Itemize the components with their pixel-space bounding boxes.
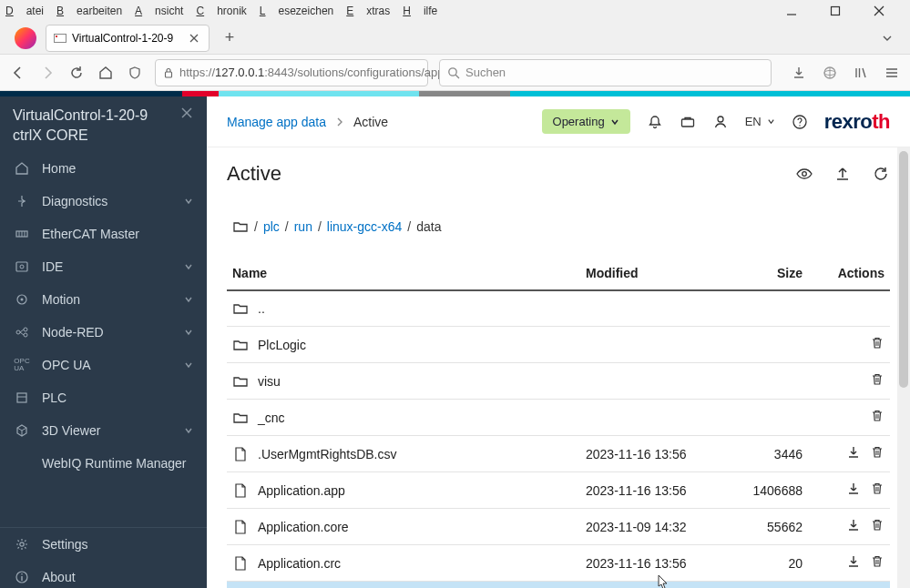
- status-operating-button[interactable]: Operating: [542, 109, 630, 134]
- sidebar-item-ide[interactable]: IDE: [0, 250, 207, 283]
- refresh-icon[interactable]: [872, 165, 890, 183]
- sidebar-collapse-icon[interactable]: [179, 106, 194, 120]
- upload-icon[interactable]: [833, 165, 852, 183]
- path-segment[interactable]: linux-gcc-x64: [327, 219, 402, 234]
- download-icon[interactable]: [846, 445, 861, 460]
- sidebar: VirtualControl-1-20-9 ctrlX CORE Home Di…: [0, 96, 207, 588]
- chevron-down-icon: [610, 117, 619, 127]
- file-size: 1406688: [726, 472, 808, 509]
- tabs-dropdown-icon[interactable]: [881, 32, 905, 45]
- sidebar-item-node-red[interactable]: Node-RED: [0, 316, 207, 349]
- trash-icon[interactable]: [870, 372, 884, 387]
- sidebar-item-settings[interactable]: Settings: [0, 528, 207, 561]
- sidebar-item-webiq-runtime-manager[interactable]: WebIQ Runtime Manager: [0, 447, 207, 480]
- toolbox-icon[interactable]: [680, 114, 696, 130]
- menu-bearbeiten[interactable]: Bearbeiten: [56, 5, 122, 17]
- file-modified: [580, 327, 726, 363]
- extensions-icon[interactable]: [821, 64, 839, 82]
- svg-rect-40: [681, 119, 693, 127]
- download-icon[interactable]: [846, 554, 861, 569]
- window-minimize-icon[interactable]: [786, 5, 797, 16]
- downloads-icon[interactable]: [790, 64, 808, 82]
- trash-icon[interactable]: [870, 336, 884, 350]
- nav-icon: [13, 570, 31, 584]
- table-row[interactable]: Application.crc 2023-11-16 13:56 20: [227, 545, 890, 582]
- col-size[interactable]: Size: [726, 257, 808, 290]
- tab-close-icon[interactable]: [187, 31, 201, 46]
- window-close-icon[interactable]: [874, 5, 884, 16]
- nav-home-icon[interactable]: [97, 64, 115, 82]
- sidebar-item-home[interactable]: Home: [0, 152, 207, 185]
- file-name: Application.app: [258, 483, 345, 498]
- table-row[interactable]: Application.app 2023-11-16 13:56 1406688: [227, 472, 890, 509]
- path-segment[interactable]: run: [294, 219, 312, 234]
- col-modified[interactable]: Modified: [580, 257, 726, 290]
- chevron-down-icon: [767, 117, 775, 126]
- trash-icon[interactable]: [870, 445, 884, 460]
- user-icon[interactable]: [712, 114, 729, 130]
- nav-label: PLC: [42, 390, 194, 405]
- menu-extras[interactable]: Extras: [346, 5, 390, 17]
- tab-title: VirtualControl-1-20-9: [72, 32, 173, 45]
- table-row[interactable]: .UserMgmtRightsDB.csv 2023-11-16 13:56 3…: [227, 436, 890, 472]
- path-segment[interactable]: plc: [263, 219, 280, 234]
- col-name[interactable]: Name: [227, 257, 580, 290]
- new-tab-button[interactable]: +: [217, 25, 242, 51]
- scrollbar-thumb[interactable]: [899, 151, 908, 388]
- menu-lesezeichen[interactable]: Lesezeichen: [260, 5, 333, 17]
- nav-label: Diagnostics: [42, 194, 183, 208]
- window-maximize-icon[interactable]: [830, 5, 841, 16]
- sidebar-item-diagnostics[interactable]: Diagnostics: [0, 185, 207, 218]
- menu-hilfe[interactable]: Hilfe: [403, 5, 437, 17]
- sidebar-item-about[interactable]: About: [0, 561, 207, 588]
- download-icon[interactable]: [846, 518, 861, 532]
- file-name: Application.core: [258, 520, 349, 534]
- breadcrumb-root[interactable]: Manage app data: [227, 115, 326, 129]
- library-icon[interactable]: [852, 64, 870, 82]
- svg-point-44: [803, 172, 807, 177]
- sidebar-item-opc-ua[interactable]: OPCUA OPC UA: [0, 349, 207, 381]
- file-size: [726, 363, 808, 400]
- sidebar-item-plc[interactable]: PLC: [0, 381, 207, 414]
- trash-icon[interactable]: [870, 554, 884, 569]
- table-row[interactable]: PlcLogic: [227, 327, 890, 363]
- trash-icon[interactable]: [870, 409, 884, 423]
- table-row[interactable]: Application.core 2023-11-09 14:32 55662: [227, 509, 890, 545]
- firefox-icon: [15, 27, 36, 49]
- language-selector[interactable]: EN: [745, 115, 775, 128]
- browser-search-input[interactable]: Suchen: [439, 59, 772, 86]
- trash-icon[interactable]: [870, 518, 884, 532]
- nav-shield-icon[interactable]: [126, 64, 144, 82]
- search-placeholder: Suchen: [465, 66, 506, 79]
- menu-chronik[interactable]: Chronik: [196, 5, 246, 17]
- table-row[interactable]: ..: [227, 290, 890, 327]
- url-prefix: https://: [179, 66, 215, 79]
- nav-reload-icon[interactable]: [67, 64, 86, 82]
- sidebar-item-ethercat-master[interactable]: EtherCAT Master: [0, 218, 207, 250]
- trash-icon[interactable]: [870, 482, 884, 496]
- sidebar-item-3d-viewer[interactable]: 3D Viewer: [0, 414, 207, 447]
- browser-tab[interactable]: VirtualControl-1-20-9: [46, 25, 210, 52]
- menu-ansicht[interactable]: Ansicht: [135, 5, 183, 17]
- nav-back-icon[interactable]: [9, 64, 27, 82]
- svg-rect-25: [16, 262, 27, 271]
- help-icon[interactable]: [792, 114, 808, 130]
- table-row[interactable]: _cnc: [227, 400, 890, 436]
- download-icon[interactable]: [846, 482, 861, 496]
- svg-point-43: [799, 125, 800, 126]
- sidebar-item-motion[interactable]: Motion: [0, 283, 207, 316]
- scrollbar[interactable]: [897, 147, 910, 588]
- table-row[interactable]: Application.ret 2023-11-16 13:57 280: [227, 582, 890, 589]
- menu-datei[interactable]: Datei: [5, 5, 44, 17]
- nav-label: Settings: [42, 537, 194, 552]
- table-row[interactable]: visu: [227, 363, 890, 400]
- view-icon[interactable]: [795, 165, 813, 183]
- chevron-down-icon: [183, 327, 194, 338]
- file-size: [726, 327, 808, 363]
- svg-line-32: [20, 329, 24, 332]
- url-bar[interactable]: https://127.0.0.1:8443/solutions/configu…: [155, 59, 428, 86]
- bell-icon[interactable]: [647, 114, 663, 130]
- hamburger-menu-icon[interactable]: [883, 64, 901, 82]
- nav-label: EtherCAT Master: [42, 227, 194, 241]
- nav-label: Node-RED: [42, 325, 183, 340]
